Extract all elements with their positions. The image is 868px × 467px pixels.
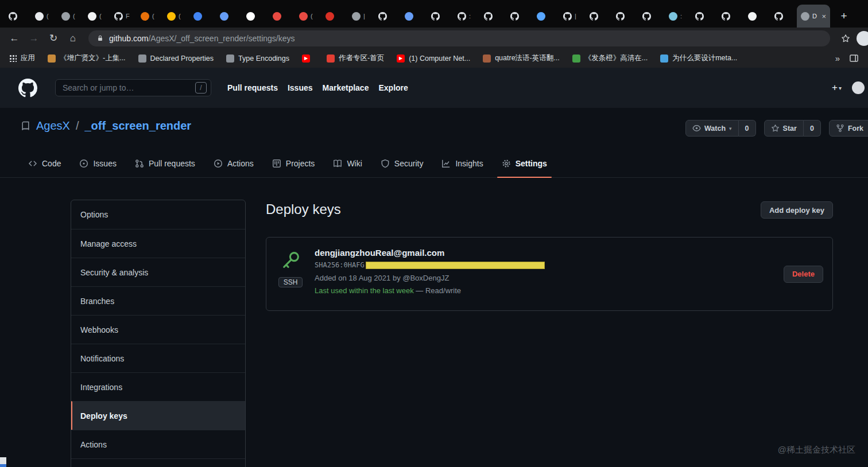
watch-count[interactable]: 0 — [739, 120, 756, 137]
tab-favicon — [748, 12, 757, 21]
settings-nav-item[interactable]: Actions — [71, 430, 245, 458]
settings-nav-item[interactable]: Security & analysis — [71, 258, 245, 286]
bookmarks-overflow-icon[interactable]: » — [835, 53, 840, 63]
browser-tab[interactable] — [189, 5, 216, 28]
browser-tab[interactable] — [401, 5, 427, 28]
star-button[interactable]: Star — [764, 120, 804, 137]
lock-icon[interactable] — [96, 34, 104, 42]
fork-button[interactable]: Fork — [829, 120, 868, 137]
bookmark-item[interactable]: 为什么要设计meta... — [660, 53, 737, 63]
delete-key-button[interactable]: Delete — [784, 266, 823, 283]
tab-close-icon[interactable]: × — [822, 12, 826, 21]
browser-tab[interactable] — [5, 5, 31, 28]
bookmark-item[interactable]: Declared Properties — [138, 55, 214, 63]
browser-tab[interactable] — [691, 5, 718, 28]
browser-tab[interactable]: D × — [797, 5, 830, 28]
repo-nav-tab-icon — [381, 159, 390, 168]
browser-tab[interactable] — [242, 5, 269, 28]
deploy-key-usage: Last used within the last week — Read/wr… — [315, 285, 774, 297]
bookmark-star-icon[interactable] — [837, 30, 854, 47]
tab-title: ( — [99, 13, 106, 20]
github-top-nav: Pull requests Issues Marketplace Explore — [227, 83, 408, 92]
browser-tab[interactable]: | — [559, 5, 586, 28]
browser-tab[interactable]: ( — [295, 5, 321, 28]
settings-nav-item[interactable]: Branches — [71, 286, 245, 315]
fork-icon — [836, 124, 844, 133]
top-nav-link[interactable]: Marketplace — [323, 83, 369, 92]
bookmark-item[interactable]: Type Encodings — [226, 55, 289, 63]
top-nav-link[interactable]: Explore — [378, 83, 408, 92]
repo-nav-tab[interactable]: Wiki — [324, 150, 371, 177]
repo-nav-tab[interactable]: Actions — [204, 150, 263, 177]
settings-nav-item[interactable]: Options — [71, 200, 245, 229]
added-by-user-link[interactable]: @BoxDengJZ — [402, 274, 449, 282]
github-search-input[interactable] — [55, 79, 211, 96]
bookmark-item[interactable]: quatre法语-英语翻... — [483, 53, 560, 63]
browser-tab[interactable] — [480, 5, 506, 28]
browser-tab[interactable] — [533, 5, 559, 28]
repo-nav-tab[interactable]: Insights — [432, 150, 492, 177]
browser-tab[interactable]: ( — [84, 5, 110, 28]
new-tab-button[interactable]: + — [836, 8, 852, 24]
side-panel-icon[interactable] — [849, 53, 859, 63]
github-user-avatar[interactable] — [852, 81, 865, 94]
browser-tab[interactable] — [506, 5, 533, 28]
browser-tab[interactable]: F — [110, 5, 137, 28]
add-deploy-key-button[interactable]: Add deploy key — [761, 201, 833, 219]
settings-nav-label: Manage access — [80, 239, 137, 248]
browser-tab[interactable]: | — [348, 5, 374, 28]
browser-tab[interactable] — [744, 5, 770, 28]
star-count[interactable]: 0 — [804, 120, 821, 137]
browser-tab[interactable] — [321, 5, 348, 28]
settings-nav-item[interactable]: Notifications — [71, 344, 245, 372]
bookmark-item[interactable]: 作者专区-首页 — [327, 53, 384, 63]
home-icon[interactable]: ⌂ — [64, 30, 82, 47]
repo-nav-tab[interactable]: Code — [19, 150, 70, 177]
browser-tab[interactable]: ( — [163, 5, 189, 28]
settings-nav-item-partial[interactable] — [71, 458, 245, 467]
bookmark-item[interactable]: 《发条橙》高清在... — [572, 53, 648, 63]
settings-nav-item[interactable]: Deploy keys — [71, 401, 245, 430]
repo-nav-tab[interactable]: Security — [371, 150, 433, 177]
browser-tab[interactable]: : — [454, 5, 480, 28]
repo-owner-link[interactable]: AgesX — [36, 119, 70, 133]
repo-nav-tab-icon — [28, 159, 37, 168]
back-icon[interactable]: ← — [6, 30, 23, 47]
browser-tab[interactable] — [216, 5, 242, 28]
repo-nav-tab[interactable]: Settings — [493, 150, 556, 177]
browser-tab[interactable]: : — [665, 5, 691, 28]
browser-tab[interactable] — [718, 5, 744, 28]
settings-nav-item[interactable]: Integrations — [71, 372, 245, 401]
browser-tab[interactable] — [427, 5, 454, 28]
repo-nav-tab[interactable]: Pull requests — [126, 150, 204, 177]
bookmark-favicon: ▶ — [397, 55, 405, 63]
browser-tab[interactable] — [638, 5, 665, 28]
settings-nav-item[interactable]: Webhooks — [71, 315, 245, 344]
tab-favicon — [220, 12, 228, 21]
reload-icon[interactable]: ↻ — [45, 30, 62, 47]
bookmark-apps[interactable]: 应用 — [9, 53, 35, 63]
bookmark-item[interactable]: 《增广贤文》-上集... — [48, 53, 126, 63]
bookmark-item[interactable]: ▶ — [302, 55, 314, 63]
bookmark-item[interactable]: ▶ (1) Computer Net... — [397, 55, 470, 63]
github-logo-icon[interactable] — [18, 79, 37, 98]
browser-tab[interactable] — [374, 5, 401, 28]
repo-name-link[interactable]: _off_screen_render — [85, 119, 192, 133]
repo-nav-tab[interactable]: Projects — [263, 150, 324, 177]
top-nav-link[interactable]: Issues — [288, 83, 313, 92]
forward-icon[interactable]: → — [25, 30, 42, 47]
browser-tab[interactable] — [269, 5, 295, 28]
browser-tab[interactable] — [612, 5, 638, 28]
browser-tab[interactable] — [770, 5, 797, 28]
top-nav-link[interactable]: Pull requests — [227, 83, 278, 92]
watch-button[interactable]: Watch ▾ — [685, 120, 739, 137]
address-bar[interactable]: github.com/AgesX/_off_screen_render/sett… — [88, 30, 830, 46]
create-new-button[interactable]: +▾ — [832, 82, 842, 94]
settings-nav-item[interactable]: Manage access — [71, 229, 245, 258]
browser-tab[interactable]: ( — [31, 5, 57, 28]
browser-tab[interactable] — [586, 5, 612, 28]
browser-tab[interactable]: ( — [137, 5, 163, 28]
browser-profile-avatar[interactable] — [857, 31, 868, 46]
browser-tab[interactable]: ( — [57, 5, 84, 28]
repo-nav-tab[interactable]: Issues — [70, 150, 125, 177]
